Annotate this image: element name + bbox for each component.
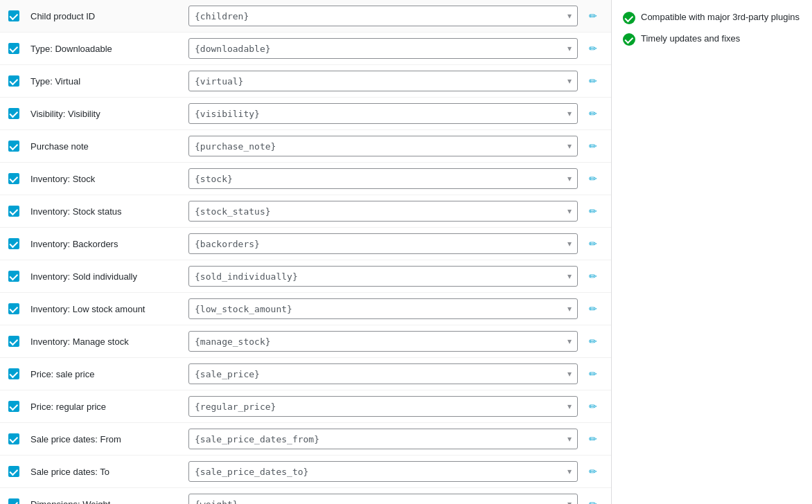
chevron-down-icon: ▾ (567, 434, 572, 444)
row-label-inventory-backorders: Inventory: Backorders (30, 239, 183, 249)
edit-icon-type-downloadable[interactable]: ✏ (589, 43, 597, 54)
chevron-down-icon: ▾ (567, 76, 572, 86)
chevron-down-icon: ▾ (567, 499, 572, 504)
row-select-inventory-stock-status[interactable]: {stock_status} ▾ (188, 201, 578, 222)
chevron-down-icon: ▾ (567, 141, 572, 151)
row-select-value-inventory-low-stock-amount: {low_stock_amount} (195, 304, 565, 314)
chevron-down-icon: ▾ (567, 336, 572, 346)
chevron-down-icon: ▾ (567, 206, 572, 216)
table-row: Inventory: Stock {stock} ▾ ✏ (0, 163, 611, 195)
table-row: Type: Virtual {virtual} ▾ ✏ (0, 65, 611, 98)
row-select-inventory-low-stock-amount[interactable]: {low_stock_amount} ▾ (188, 298, 578, 319)
row-label-type-downloadable: Type: Downloadable (30, 44, 183, 54)
check-circle-icon (623, 33, 635, 46)
row-checkbox-sale-price-dates-from[interactable] (8, 433, 19, 444)
row-checkbox-sale-price-dates-to[interactable] (8, 466, 19, 477)
row-checkbox-inventory-stock[interactable] (8, 173, 19, 184)
chevron-down-icon: ▾ (567, 271, 572, 281)
row-checkbox-visibility-visibility[interactable] (8, 108, 19, 119)
edit-icon-inventory-manage-stock[interactable]: ✏ (589, 336, 597, 347)
chevron-down-icon: ▾ (567, 467, 572, 476)
row-select-value-purchase-note: {purchase_note} (195, 141, 565, 152)
row-label-sale-price-dates-from: Sale price dates: From (30, 434, 183, 444)
table-row: Sale price dates: To {sale_price_dates_t… (0, 456, 611, 488)
chevron-down-icon: ▾ (567, 239, 572, 249)
row-select-inventory-sold-individually[interactable]: {sold_individually} ▾ (188, 266, 578, 287)
feature-item-compatible: Compatible with major 3rd-party plugins (623, 11, 801, 24)
row-checkbox-inventory-manage-stock[interactable] (8, 336, 19, 347)
row-checkbox-price-sale-price[interactable] (8, 368, 19, 379)
edit-icon-sale-price-dates-from[interactable]: ✏ (589, 433, 597, 444)
row-select-value-child-product-id: {children} (195, 11, 565, 21)
row-select-value-inventory-sold-individually: {sold_individually} (195, 271, 565, 282)
chevron-down-icon: ▾ (567, 369, 572, 379)
row-select-price-regular-price[interactable]: {regular_price} ▾ (188, 396, 578, 417)
row-select-type-downloadable[interactable]: {downloadable} ▾ (188, 38, 578, 59)
chevron-down-icon: ▾ (567, 304, 572, 314)
edit-icon-child-product-id[interactable]: ✏ (589, 10, 597, 21)
row-select-inventory-manage-stock[interactable]: {manage_stock} ▾ (188, 331, 578, 352)
row-select-inventory-stock[interactable]: {stock} ▾ (188, 168, 578, 189)
edit-icon-inventory-low-stock-amount[interactable]: ✏ (589, 303, 597, 314)
edit-icon-price-regular-price[interactable]: ✏ (589, 401, 597, 412)
edit-icon-inventory-stock-status[interactable]: ✏ (589, 206, 597, 217)
row-checkbox-purchase-note[interactable] (8, 141, 19, 152)
row-label-inventory-low-stock-amount: Inventory: Low stock amount (30, 304, 183, 314)
row-select-price-sale-price[interactable]: {sale_price} ▾ (188, 363, 578, 384)
row-checkbox-dimensions-weight[interactable] (8, 498, 19, 504)
row-select-inventory-backorders[interactable]: {backorders} ▾ (188, 233, 578, 254)
check-circle-icon (623, 12, 635, 24)
chevron-down-icon: ▾ (567, 11, 572, 21)
row-label-sale-price-dates-to: Sale price dates: To (30, 467, 183, 477)
row-select-value-type-virtual: {virtual} (195, 76, 565, 87)
row-select-value-inventory-manage-stock: {manage_stock} (195, 336, 565, 347)
row-select-value-inventory-backorders: {backorders} (195, 239, 565, 249)
row-select-purchase-note[interactable]: {purchase_note} ▾ (188, 136, 578, 156)
table-row: Type: Downloadable {downloadable} ▾ ✏ (0, 33, 611, 65)
row-select-sale-price-dates-from[interactable]: {sale_price_dates_from} ▾ (188, 429, 578, 449)
row-select-type-virtual[interactable]: {virtual} ▾ (188, 71, 578, 91)
row-label-type-virtual: Type: Virtual (30, 76, 183, 87)
edit-icon-visibility-visibility[interactable]: ✏ (589, 108, 597, 119)
edit-icon-type-virtual[interactable]: ✏ (589, 75, 597, 87)
table-row: Inventory: Backorders {backorders} ▾ ✏ (0, 228, 611, 260)
table-row: Child product ID {children} ▾ ✏ (0, 0, 611, 33)
row-select-value-sale-price-dates-to: {sale_price_dates_to} (195, 467, 565, 477)
row-select-value-price-sale-price: {sale_price} (195, 369, 565, 379)
row-checkbox-inventory-stock-status[interactable] (8, 206, 19, 217)
edit-icon-dimensions-weight[interactable]: ✏ (589, 498, 597, 504)
row-label-price-regular-price: Price: regular price (30, 402, 183, 412)
row-checkbox-price-regular-price[interactable] (8, 401, 19, 412)
chevron-down-icon: ▾ (567, 402, 572, 411)
edit-icon-inventory-stock[interactable]: ✏ (589, 173, 597, 184)
row-checkbox-type-virtual[interactable] (8, 75, 19, 87)
table-row: Purchase note {purchase_note} ▾ ✏ (0, 130, 611, 163)
row-select-value-inventory-stock-status: {stock_status} (195, 206, 565, 217)
row-select-value-inventory-stock: {stock} (195, 174, 565, 184)
row-select-child-product-id[interactable]: {children} ▾ (188, 6, 578, 26)
table-row: Price: sale price {sale_price} ▾ ✏ (0, 358, 611, 390)
feature-text-compatible: Compatible with major 3rd-party plugins (641, 11, 800, 24)
edit-icon-inventory-sold-individually[interactable]: ✏ (589, 271, 597, 282)
edit-icon-price-sale-price[interactable]: ✏ (589, 368, 597, 379)
edit-icon-purchase-note[interactable]: ✏ (589, 141, 597, 152)
row-select-value-dimensions-weight: {weight} (195, 499, 565, 505)
row-label-purchase-note: Purchase note (30, 141, 183, 152)
row-select-sale-price-dates-to[interactable]: {sale_price_dates_to} ▾ (188, 461, 578, 482)
row-checkbox-inventory-low-stock-amount[interactable] (8, 303, 19, 314)
row-select-value-visibility-visibility: {visibility} (195, 109, 565, 119)
table-row: Inventory: Low stock amount {low_stock_a… (0, 293, 611, 325)
row-checkbox-child-product-id[interactable] (8, 10, 19, 21)
row-checkbox-inventory-backorders[interactable] (8, 238, 19, 249)
row-label-inventory-manage-stock: Inventory: Manage stock (30, 336, 183, 347)
table-row: Inventory: Stock status {stock_status} ▾… (0, 195, 611, 228)
edit-icon-inventory-backorders[interactable]: ✏ (589, 238, 597, 249)
table-row: Inventory: Sold individually {sold_indiv… (0, 260, 611, 293)
main-content: Child product ID {children} ▾ ✏ Type: Do… (0, 0, 611, 504)
row-checkbox-type-downloadable[interactable] (8, 43, 19, 54)
row-select-visibility-visibility[interactable]: {visibility} ▾ (188, 103, 578, 124)
row-select-dimensions-weight[interactable]: {weight} ▾ (188, 494, 578, 504)
sidebar: Compatible with major 3rd-party plugins … (611, 0, 812, 504)
edit-icon-sale-price-dates-to[interactable]: ✏ (589, 466, 597, 477)
row-checkbox-inventory-sold-individually[interactable] (8, 271, 19, 282)
